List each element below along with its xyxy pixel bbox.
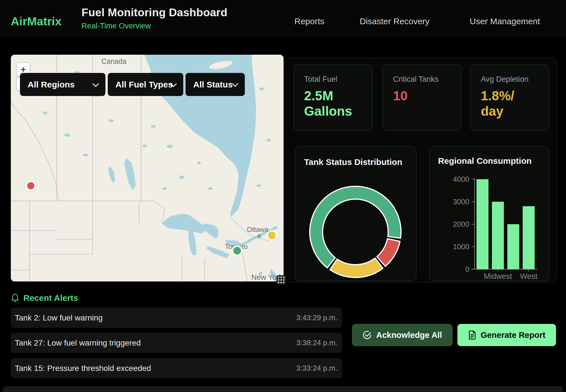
alert-timestamp: 3:43:29 p.m. [296, 313, 337, 322]
acknowledge-all-button[interactable]: Acknowledge All [352, 324, 453, 346]
generate-report-button[interactable]: Generate Report [457, 324, 556, 346]
alert-row: Tank 15: Pressure threshold exceeded 3:3… [11, 358, 342, 378]
bar-West [523, 206, 535, 269]
page-subtitle: Real-Time Overview [82, 22, 151, 30]
tank-status-donut-chart [295, 146, 417, 281]
bell-icon [11, 293, 19, 303]
bottom-panel-edge [3, 386, 563, 392]
regional-consumption-chart-card: Regional Consumption 01000200030004000Mi… [429, 146, 549, 281]
critical-tanks-value: 10 [393, 88, 408, 103]
regional-consumption-bar-chart: 01000200030004000MidwestWest [429, 146, 549, 281]
avg-depletion-label: Avg Depletion [481, 75, 529, 84]
alert-timestamp: 3:38:24 p.m. [296, 338, 337, 347]
check-circle-icon [363, 330, 372, 340]
nav-disaster-recovery[interactable]: Disaster Recovery [360, 17, 429, 26]
total-fuel-label: Total Fuel [304, 75, 337, 84]
app-header: AirMatrix Fuel Monitoring Dashboard Real… [0, 0, 566, 36]
page-title: Fuel Monitoring Dashboard [82, 6, 227, 19]
avg-depletion-value: 1.8%/day [481, 88, 514, 119]
recent-alerts-header: Recent Alerts [11, 292, 78, 304]
axis-tick-label: West [520, 272, 538, 281]
alert-text: Tank 2: Low fuel warning [15, 313, 103, 322]
metrics-panel: Total Fuel 2.5MGallons Critical Tanks 10… [284, 58, 557, 283]
map-label-ottawa: Ottawa [247, 226, 269, 233]
donut-segment-critical [377, 239, 400, 266]
donut-segment-warning [330, 258, 383, 277]
critical-tanks-card: Critical Tanks 10 [382, 64, 461, 131]
total-fuel-value: 2.5MGallons [304, 88, 352, 119]
chevron-down-icon [232, 80, 239, 87]
warning-tank-marker[interactable] [267, 231, 276, 240]
status-filter-dropdown[interactable]: All Status [186, 73, 245, 96]
alert-text: Tank 27: Low fuel warning triggered [15, 338, 141, 348]
critical-tank-marker[interactable] [27, 181, 35, 190]
total-fuel-card: Total Fuel 2.5MGallons [294, 64, 372, 131]
document-icon [468, 330, 477, 340]
map-resize-handle[interactable] [276, 275, 286, 284]
axis-tick-label: 2000 [453, 220, 469, 228]
alert-text: Tank 15: Pressure threshold exceeded [15, 364, 151, 373]
axis-tick-label: 1000 [453, 242, 469, 251]
avg-depletion-card: Avg Depletion 1.8%/day [470, 64, 549, 131]
generate-report-label: Generate Report [481, 330, 545, 340]
normal-tank-marker[interactable] [233, 246, 242, 255]
bar-Midwest [492, 202, 504, 269]
brand-logo: AirMatrix [11, 15, 62, 28]
nav-reports[interactable]: Reports [294, 17, 324, 26]
fuel-monitoring-dashboard: AirMatrix Fuel Monitoring Dashboard Real… [0, 0, 566, 392]
bar-region-1 [477, 179, 488, 269]
recent-alerts-title: Recent Alerts [23, 293, 78, 303]
axis-tick-label: Midwest [484, 272, 512, 281]
region-filter-dropdown[interactable]: All Regions [20, 73, 105, 96]
region-filter-value: All Regions [28, 80, 75, 89]
axis-tick-label: 4000 [453, 175, 469, 183]
critical-tanks-label: Critical Tanks [393, 75, 439, 84]
bar-region-3 [507, 224, 519, 269]
axis-tick-label: 0 [465, 265, 469, 273]
alert-timestamp: 3:33:24 p.m. [296, 364, 337, 373]
map-label-canada: Canada [101, 57, 127, 65]
tank-status-chart-card: Tank Status Distribution [295, 146, 416, 281]
fuel-tanks-map[interactable]: Canada Ottawa Toronto New York + − All R… [11, 55, 284, 281]
fuel-type-filter-value: All Fuel Types [115, 80, 173, 89]
fuel-type-filter-dropdown[interactable]: All Fuel Types [108, 73, 183, 96]
chevron-down-icon [93, 80, 99, 87]
axis-tick-label: 3000 [453, 197, 469, 206]
map-filters: All Regions All Fuel Types All Status [20, 73, 245, 96]
acknowledge-all-label: Acknowledge All [376, 330, 442, 340]
alert-row: Tank 2: Low fuel warning 3:43:29 p.m. [11, 308, 342, 328]
nav-user-management[interactable]: User Management [470, 17, 540, 26]
status-filter-value: All Status [193, 80, 233, 89]
alert-row: Tank 27: Low fuel warning triggered 3:38… [11, 333, 342, 353]
